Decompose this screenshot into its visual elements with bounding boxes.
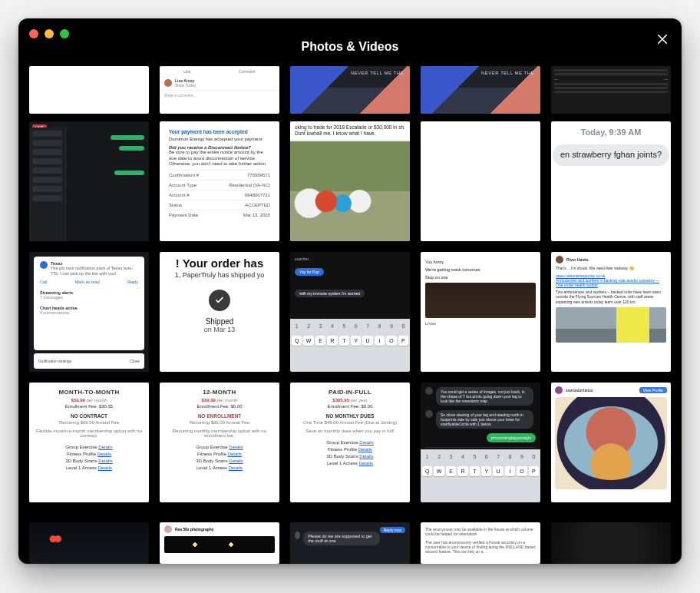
thumbnail[interactable]: 12-MONTH $39.99 per month Enrollment Fee… [160, 383, 279, 502]
plan-per: per year [351, 398, 368, 403]
thumbnail[interactable]: Texas The job rack notification pack of … [29, 252, 149, 372]
thumbnail[interactable]: oking to trade for 2018 Escalade or $30,… [290, 121, 410, 241]
excerpt: Two ambulances and workers – backed unit… [556, 290, 666, 304]
plan-price: $395.95 [332, 398, 349, 403]
plan-name: MONTH-TO-MONTH [35, 389, 143, 396]
thumbnail[interactable]: Today, 9:39 AM en strawberry fghan joint… [551, 121, 671, 241]
zoom-window-button[interactable] [60, 29, 69, 38]
thumbnail[interactable]: ! Your order has 1, PaperTruly has shipp… [160, 252, 279, 372]
like-label: Like [183, 69, 190, 74]
write-comment: Write a comment… [160, 90, 279, 100]
close-icon[interactable] [654, 31, 671, 48]
order-status: Shipped [160, 317, 279, 326]
section-sub: 4 conversations [40, 310, 138, 315]
kv-key: Confirmation # [169, 173, 199, 177]
thumbnail[interactable]: LIVE [29, 121, 149, 241]
artwork [555, 397, 667, 489]
minimize-window-button[interactable] [45, 29, 54, 38]
thumbnail[interactable] [421, 121, 540, 241]
para: The anonymous may be available in the ho… [425, 527, 536, 537]
plan-price: $39.99 [201, 398, 215, 403]
gallery-row-top: Like Comment Lisa Kristy Ships Today Wri… [18, 66, 682, 114]
msg: jzhcszzatrightgostraight [487, 433, 536, 442]
keyboard: 1234567890 QWERTYUIOP [290, 319, 410, 372]
app-icon [40, 261, 48, 269]
thumbnail[interactable] [29, 66, 149, 114]
gallery-row-bottom: Ras 56z photography Reply now Please do … [18, 522, 682, 564]
thumbnail[interactable]: The anonymous may be available in the ho… [421, 522, 540, 564]
notif-body: The job rack notification pack of Texas … [51, 266, 138, 276]
plan-name: PAID-IN-FULL [296, 389, 404, 396]
photo [425, 283, 536, 318]
thumbnail[interactable]: Like Comment Lisa Kristy Ships Today Wri… [160, 66, 279, 114]
thumbnail[interactable]: Reply now Please do we are supposed to g… [290, 522, 410, 564]
order-headline: ! Your order has [160, 257, 279, 270]
caption: NEVER TELL ME THE [351, 71, 404, 75]
payment-accepted-heading: Your payment has been accepted [169, 129, 270, 134]
thumbnail[interactable]: Ras 56z photography [160, 522, 279, 564]
view-profile-button: View Profile [639, 387, 667, 393]
footer-right: Close [130, 359, 140, 363]
thumbnail[interactable]: You funny We're getting mask tomorrow. S… [421, 252, 540, 372]
para: The user has anonymously verified a Hous… [425, 540, 536, 555]
message-timestamp: Today, 9:39 AM [551, 128, 671, 137]
thumbnail[interactable]: PAID-IN-FULL $395.95 per year Enrollment… [290, 383, 410, 502]
gallery-scroll[interactable]: Like Comment Lisa Kristy Ships Today Wri… [18, 63, 682, 564]
plan-cap-sub: Recurring $99.00 Annual Fee [35, 420, 143, 425]
thumbnail[interactable]: popchat… Yay for Pop with my immune syst… [290, 252, 410, 372]
caption: NEVER TELL ME THE [481, 71, 534, 75]
msg: Please do we are supposed to get the stu… [303, 532, 379, 545]
plan-enroll: Enrollment Fee: $0.00 [166, 404, 273, 409]
thread-name: popchat… [295, 257, 405, 261]
poster-name: River Hanks [566, 257, 589, 262]
thumbnail[interactable] [29, 522, 149, 564]
titlebar: Photos & Videos [18, 18, 682, 63]
message-bubble: en strawberry fghan joints? [553, 144, 669, 166]
avatar-icon [164, 79, 172, 87]
avatar-icon [556, 256, 563, 263]
kv-val: 775589571 [247, 173, 270, 177]
thumbnail[interactable] [551, 522, 671, 564]
thumbnail[interactable]: stancedontattoo View Profile [551, 383, 671, 502]
thumbnail[interactable]: NEVER TELL ME THE [290, 66, 410, 114]
window-title: Photos & Videos [302, 40, 399, 54]
plan-per: per month [87, 398, 107, 403]
reply-action: Reply [127, 280, 138, 284]
keyboard: 1234567890 QWERTYUIOP [421, 449, 540, 502]
avatar-icon [555, 386, 563, 394]
msg: You could get a series of images, not ju… [436, 387, 533, 406]
plan-price: $39.99 [71, 398, 84, 403]
mark-action: Mark as read [75, 280, 100, 284]
payment-line: Dominion Energy has accepted your paymen… [169, 137, 270, 141]
reply-pill: Reply now [380, 527, 405, 533]
post-body: That's… I'm shook. We need their webway … [556, 266, 666, 270]
window-controls [29, 29, 69, 38]
section-sub: 7 messages [40, 295, 138, 300]
thumbnail[interactable]: —— [551, 66, 671, 114]
thumbnail[interactable]: MONTH-TO-MONTH $39.99 per month Enrollme… [29, 383, 149, 502]
comment-label: Comment [239, 69, 256, 74]
plan-cap: NO CONTRACT [35, 413, 143, 419]
kv-key: Account Type [169, 183, 196, 187]
thumbnail[interactable]: Your payment has been accepted Dominion … [160, 121, 279, 241]
close-window-button[interactable] [29, 29, 38, 38]
kv-key: Account # [169, 193, 190, 197]
photo [290, 141, 410, 241]
msg: So close viewing of your leg and reading… [436, 410, 533, 429]
photos-videos-window: Photos & Videos Like Comment [18, 18, 682, 564]
footer-left: Notification settings [38, 359, 71, 363]
plan-cap-sub: One Time $49.00 Annual Fee (Due at Joini… [296, 420, 404, 425]
msg-line: Lmao [425, 321, 536, 326]
plan-blurb: Save on monthly dues when you pay in ful… [296, 429, 404, 433]
thumbnail[interactable]: You could get a series of images, not ju… [421, 383, 540, 502]
msg-line: We're getting mask tomorrow. [425, 267, 536, 272]
order-subline: 1, PaperTruly has shipped yo [160, 271, 279, 279]
plan-enroll: Enrollment Fee: $30.35 [35, 404, 143, 409]
plan-cap: NO MONTHLY DUES [296, 413, 404, 419]
order-date: on Mar 13 [160, 326, 279, 333]
check-icon [209, 290, 230, 311]
avatar-icon [295, 532, 300, 539]
thumbnail[interactable]: River Hanks That's… I'm shook. We need t… [551, 252, 671, 372]
thumbnail[interactable]: NEVER TELL ME THE [421, 66, 540, 114]
kv-key: Payment Date [169, 213, 198, 217]
